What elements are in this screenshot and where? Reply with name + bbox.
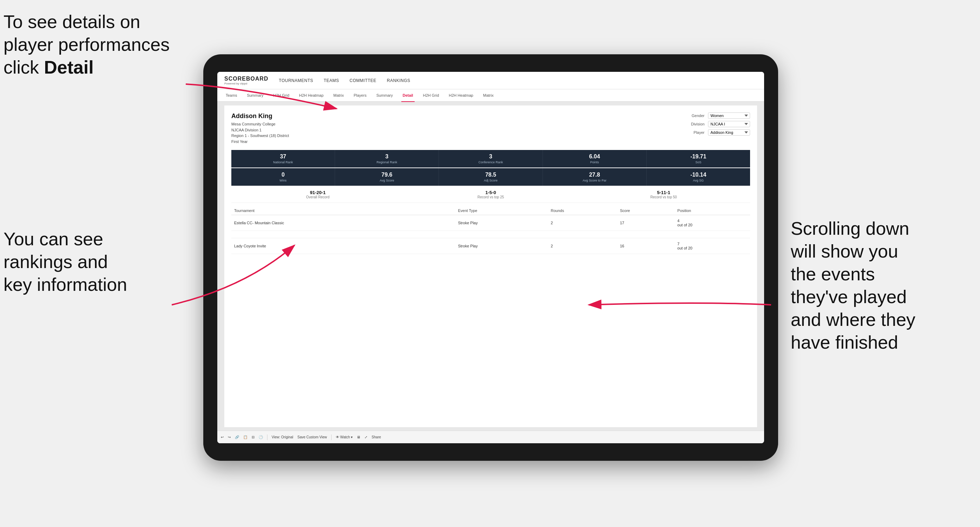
- stat-avg-score-par-label: Avg Score to Par: [546, 179, 644, 182]
- stat-points-label: Points: [546, 160, 644, 164]
- annotation-detail-bold: Detail: [44, 57, 94, 78]
- record-overall-label: Overall Record: [231, 195, 404, 199]
- toolbar-view-original[interactable]: View: Original: [272, 435, 293, 439]
- record-top50: 5-11-1 Record vs top 50: [577, 190, 750, 199]
- player-school: Mesa Community College: [231, 121, 289, 127]
- toolbar-share[interactable]: Share: [372, 435, 381, 439]
- stat-regional-rank: 3 Regional Rank: [335, 150, 439, 167]
- player-region: Region 1 - Southwest (18) District: [231, 133, 289, 139]
- stat-regional-rank-label: Regional Rank: [338, 160, 436, 164]
- player-select[interactable]: Addison King: [708, 129, 750, 136]
- stat-national-rank-value: 37: [234, 154, 332, 160]
- tab-h2h-grid2[interactable]: H2H Grid: [422, 89, 441, 102]
- stat-conference-rank: 3 Conference Rank: [439, 150, 542, 167]
- nav-rankings[interactable]: RANKINGS: [387, 78, 410, 83]
- player-year: First Year: [231, 139, 289, 145]
- stat-conference-rank-label: Conference Rank: [442, 160, 539, 164]
- toolbar-save-view[interactable]: Save Custom View: [298, 435, 327, 439]
- record-top50-value: 5-11-1: [577, 190, 750, 195]
- stat-avg-score-par: 27.8 Avg Score to Par: [543, 168, 647, 186]
- gender-select[interactable]: Women Men: [708, 113, 750, 119]
- record-top50-label: Record vs top 50: [577, 195, 750, 199]
- col-rounds: Rounds: [548, 206, 617, 215]
- stat-sos-label: SoS: [649, 160, 747, 164]
- toolbar-minus[interactable]: ⊟: [252, 435, 255, 439]
- tablet-screen: SCOREBOARD Powered by clippd TOURNAMENTS…: [217, 72, 764, 443]
- stat-adj-score: 78.5 Adj Score: [439, 168, 542, 186]
- stat-national-rank-label: National Rank: [234, 160, 332, 164]
- tab-summary[interactable]: Summary: [245, 89, 265, 102]
- tournament-table: Tournament Event Type Rounds Score Posit…: [231, 206, 750, 254]
- toolbar-link[interactable]: 🔗: [235, 435, 239, 439]
- toolbar-copy[interactable]: 📋: [243, 435, 247, 439]
- event-type-1: Stroke Play: [455, 215, 548, 231]
- nav-teams[interactable]: TEAMS: [324, 78, 339, 83]
- stat-avg-score-label: Avg Score: [338, 179, 436, 182]
- stat-adj-score-value: 78.5: [442, 172, 539, 178]
- toolbar-undo[interactable]: ↩: [221, 435, 224, 439]
- nav-tournaments[interactable]: TOURNAMENTS: [279, 78, 313, 83]
- table-row: [231, 231, 750, 238]
- nav-committee[interactable]: COMMITTEE: [350, 78, 376, 83]
- player-label: Player: [685, 130, 705, 135]
- player-division: NJCAA Division 1: [231, 127, 289, 133]
- tab-row: Teams Summary H2H Grid H2H Heatmap Matri…: [217, 89, 764, 102]
- tab-h2h-heatmap2[interactable]: H2H Heatmap: [448, 89, 475, 102]
- records-row: 91-20-1 Overall Record 1-5-0 Record vs t…: [231, 186, 750, 203]
- stats-row-2: 0 Wins 79.6 Avg Score 78.5 Adj Score 2: [231, 168, 750, 186]
- tab-matrix2[interactable]: Matrix: [482, 89, 495, 102]
- toolbar-watch[interactable]: 👁 Watch ▾: [336, 435, 353, 439]
- nav-items: TOURNAMENTS TEAMS COMMITTEE RANKINGS: [279, 78, 410, 83]
- tab-teams[interactable]: Teams: [224, 89, 238, 102]
- col-tournament: Tournament: [231, 206, 434, 215]
- toolbar-divider-1: [267, 435, 267, 440]
- rounds-1: 2: [548, 215, 617, 231]
- stat-avg-score: 79.6 Avg Score: [335, 168, 439, 186]
- stat-points-value: 6.04: [546, 154, 644, 160]
- division-select[interactable]: NJCAA I NJCAA II: [708, 121, 750, 127]
- col-spacer: [434, 206, 455, 215]
- stat-wins-value: 0: [234, 172, 332, 178]
- player-info-right: Gender Women Men Division NJCAA I: [685, 113, 750, 144]
- filter-division-row: Division NJCAA I NJCAA II: [685, 121, 750, 127]
- stat-sos-value: -19.71: [649, 154, 747, 160]
- col-position: Position: [675, 206, 750, 215]
- position-3: 7out of 20: [675, 238, 750, 254]
- stat-wins: 0 Wins: [231, 168, 335, 186]
- toolbar-time[interactable]: 🕐: [259, 435, 263, 439]
- col-event-type: Event Type: [455, 206, 548, 215]
- tournament-name-1: Estella CC- Mountain Classic: [231, 215, 434, 231]
- gender-label: Gender: [685, 114, 705, 118]
- logo-sub: Powered by clippd: [224, 82, 269, 85]
- record-top25: 1-5-0 Record vs top 25: [404, 190, 577, 199]
- toolbar-divider-2: [331, 435, 332, 440]
- tablet-frame: SCOREBOARD Powered by clippd TOURNAMENTS…: [203, 54, 778, 461]
- stat-avg-score-value: 79.6: [338, 172, 436, 178]
- tab-h2h-heatmap[interactable]: H2H Heatmap: [298, 89, 325, 102]
- stat-adj-score-label: Adj Score: [442, 179, 539, 182]
- tab-players[interactable]: Players: [352, 89, 368, 102]
- score-1: 17: [617, 215, 675, 231]
- tab-detail[interactable]: Detail: [401, 89, 415, 102]
- tab-summary2[interactable]: Summary: [375, 89, 394, 102]
- tab-h2h-grid[interactable]: H2H Grid: [272, 89, 291, 102]
- tab-matrix[interactable]: Matrix: [332, 89, 345, 102]
- toolbar-redo[interactable]: ↪: [228, 435, 231, 439]
- col-score: Score: [617, 206, 675, 215]
- stats-row-1: 37 National Rank 3 Regional Rank 3 Confe…: [231, 150, 750, 167]
- tournament-name-3: Lady Coyote Invite: [231, 238, 434, 254]
- toolbar-expand[interactable]: ⤢: [364, 435, 368, 439]
- stat-wins-label: Wins: [234, 179, 332, 182]
- filter-player-row: Player Addison King: [685, 129, 750, 136]
- position-1: 4out of 20: [675, 215, 750, 231]
- annotation-topleft: To see details on player performances cl…: [3, 11, 170, 79]
- table-row: Estella CC- Mountain Classic Stroke Play…: [231, 215, 750, 231]
- tournament-name-2: [231, 231, 434, 238]
- stat-conference-rank-value: 3: [442, 154, 539, 160]
- player-header: Addison King Mesa Community College NJCA…: [231, 113, 750, 144]
- stat-avg-sg-label: Avg SG: [649, 179, 747, 182]
- toolbar-screen[interactable]: 🖥: [357, 435, 360, 439]
- bottom-toolbar: ↩ ↪ 🔗 📋 ⊟ 🕐 View: Original Save Custom V…: [217, 431, 764, 443]
- stat-points: 6.04 Points: [543, 150, 647, 167]
- score-3: 16: [617, 238, 675, 254]
